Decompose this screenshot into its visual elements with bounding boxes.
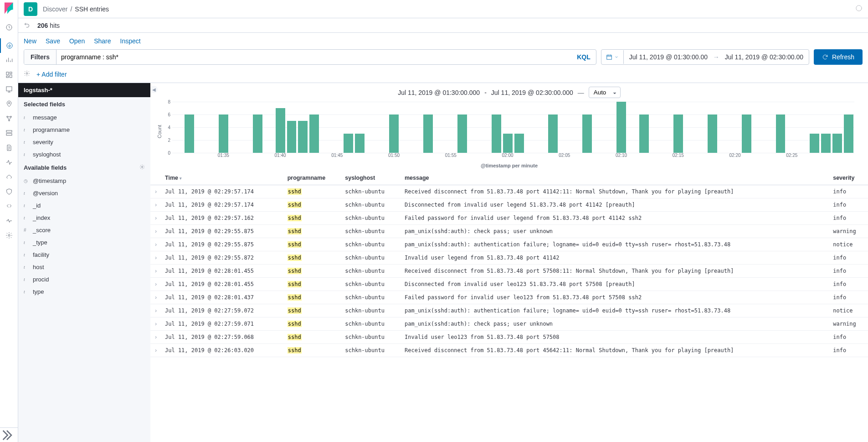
fullscreen-icon[interactable]	[855, 5, 863, 13]
expand-row-icon[interactable]: ›	[150, 331, 161, 344]
query-language-toggle[interactable]: KQL	[571, 50, 596, 64]
expand-row-icon[interactable]: ›	[150, 317, 161, 331]
field-item[interactable]: t_index	[18, 212, 150, 224]
chart-bar[interactable]	[503, 134, 513, 153]
nav-collapse-icon[interactable]	[0, 427, 18, 442]
nav-management-icon[interactable]	[0, 228, 18, 243]
chart-bar[interactable]	[253, 114, 262, 153]
field-item[interactable]: thost	[18, 261, 150, 273]
histogram-chart[interactable]: 02468 01:3501:4001:4501:5001:5502:0002:0…	[163, 102, 854, 161]
toolbar-save[interactable]: Save	[46, 37, 60, 45]
nav-monitor-icon[interactable]	[0, 213, 18, 228]
nav-apm-icon[interactable]	[0, 155, 18, 170]
chart-bar[interactable]	[298, 121, 308, 153]
expand-row-icon[interactable]: ›	[150, 278, 161, 291]
col-programname[interactable]: programname	[284, 171, 342, 185]
col-message[interactable]: message	[401, 171, 829, 185]
chart-bar[interactable]	[639, 114, 649, 153]
field-item[interactable]: _score	[18, 224, 150, 236]
expand-row-icon[interactable]: ›	[150, 238, 161, 251]
expand-row-icon[interactable]: ›	[150, 304, 161, 317]
add-filter-button[interactable]: + Add filter	[36, 71, 67, 78]
expand-row-icon[interactable]: ›	[150, 212, 161, 225]
chart-bar[interactable]	[185, 114, 194, 153]
filters-label[interactable]: Filters	[24, 50, 56, 64]
field-item[interactable]: tsysloghost	[18, 148, 150, 161]
breadcrumb-root[interactable]: Discover	[43, 5, 67, 13]
chart-bar[interactable]	[821, 134, 831, 153]
field-item[interactable]: t_id	[18, 199, 150, 212]
field-item[interactable]: ttype	[18, 286, 150, 298]
nav-discover-icon[interactable]	[0, 38, 18, 53]
chart-bar[interactable]	[219, 114, 228, 153]
chart-bar[interactable]	[708, 114, 717, 153]
nav-dashboard-icon[interactable]	[0, 68, 18, 82]
chart-bar[interactable]	[776, 114, 786, 153]
chart-bar[interactable]	[548, 114, 558, 153]
chart-bar[interactable]	[514, 134, 524, 153]
chart-bar[interactable]	[616, 102, 626, 153]
chart-bar[interactable]	[582, 114, 592, 153]
field-item[interactable]: tseverity	[18, 136, 150, 148]
field-item[interactable]: t@version	[18, 187, 150, 199]
chart-bar[interactable]	[287, 121, 297, 153]
field-item[interactable]: tprocid	[18, 273, 150, 286]
chart-bar[interactable]	[355, 134, 365, 153]
nav-visualize-icon[interactable]	[0, 53, 18, 68]
nav-siem-icon[interactable]	[0, 184, 18, 199]
expand-row-icon[interactable]: ›	[150, 265, 161, 278]
toolbar-open[interactable]: Open	[69, 37, 85, 45]
time-picker[interactable]: Jul 11, 2019 @ 01:30:00.00 → Jul 11, 201…	[601, 49, 809, 65]
nav-uptime-icon[interactable]	[0, 170, 18, 184]
nav-infra-icon[interactable]	[0, 126, 18, 140]
interval-select[interactable]: Auto	[589, 87, 621, 98]
expand-row-icon[interactable]: ›	[150, 225, 161, 238]
nav-recent-icon[interactable]	[0, 20, 18, 35]
nav-logs-icon[interactable]	[0, 140, 18, 155]
chart-bar[interactable]	[423, 114, 433, 153]
toolbar-share[interactable]: Share	[94, 37, 111, 45]
nav-ml-icon[interactable]	[0, 111, 18, 126]
field-item[interactable]: @timestamp	[18, 175, 150, 187]
expand-row-icon[interactable]: ›	[150, 344, 161, 357]
nav-maps-icon[interactable]	[0, 97, 18, 111]
chart-bar[interactable]	[309, 114, 319, 153]
table-row: ›Jul 11, 2019 @ 02:29:55.875sshdschkn-ub…	[150, 238, 868, 251]
chart-bar[interactable]	[810, 134, 819, 153]
nav-canvas-icon[interactable]	[0, 82, 18, 97]
chart-bar[interactable]	[344, 134, 353, 153]
chart-bar[interactable]	[389, 114, 399, 153]
field-item[interactable]: tfacility	[18, 249, 150, 261]
col-time[interactable]: Time▾	[161, 171, 284, 185]
calendar-icon[interactable]	[601, 50, 624, 64]
field-item[interactable]: tprogramname	[18, 124, 150, 136]
chart-bar[interactable]	[832, 134, 842, 153]
field-settings-icon[interactable]	[139, 164, 145, 171]
chart-bar[interactable]	[844, 114, 853, 153]
collapse-sidebar-icon[interactable]: ◀	[150, 86, 158, 93]
chart-bar[interactable]	[492, 114, 501, 153]
expand-row-icon[interactable]: ›	[150, 291, 161, 304]
chart-bar[interactable]	[276, 108, 285, 153]
toolbar-inspect[interactable]: Inspect	[120, 37, 141, 45]
chart-bar[interactable]	[742, 114, 751, 153]
field-item[interactable]: t_type	[18, 236, 150, 249]
refresh-button[interactable]: Refresh	[814, 49, 863, 65]
cell-time: Jul 11, 2019 @ 02:27:59.068	[161, 331, 284, 344]
chart-bar[interactable]	[673, 114, 683, 153]
expand-row-icon[interactable]: ›	[150, 198, 161, 212]
index-pattern-selector[interactable]: logstash-*	[18, 83, 150, 97]
undo-icon[interactable]	[24, 21, 30, 29]
chart-bar[interactable]	[457, 114, 467, 153]
expand-row-icon[interactable]: ›	[150, 185, 161, 198]
field-type-icon: t	[24, 152, 29, 157]
col-sysloghost[interactable]: sysloghost	[341, 171, 401, 185]
expand-row-icon[interactable]: ›	[150, 251, 161, 265]
field-item[interactable]: tmessage	[18, 111, 150, 124]
toolbar-new[interactable]: New	[24, 37, 36, 45]
col-severity[interactable]: severity	[829, 171, 868, 185]
nav-devtools-icon[interactable]	[0, 199, 18, 213]
query-input[interactable]	[56, 50, 571, 64]
chart-xlabel: @timestamp per minute	[150, 163, 868, 171]
filter-options-icon[interactable]	[24, 70, 30, 78]
